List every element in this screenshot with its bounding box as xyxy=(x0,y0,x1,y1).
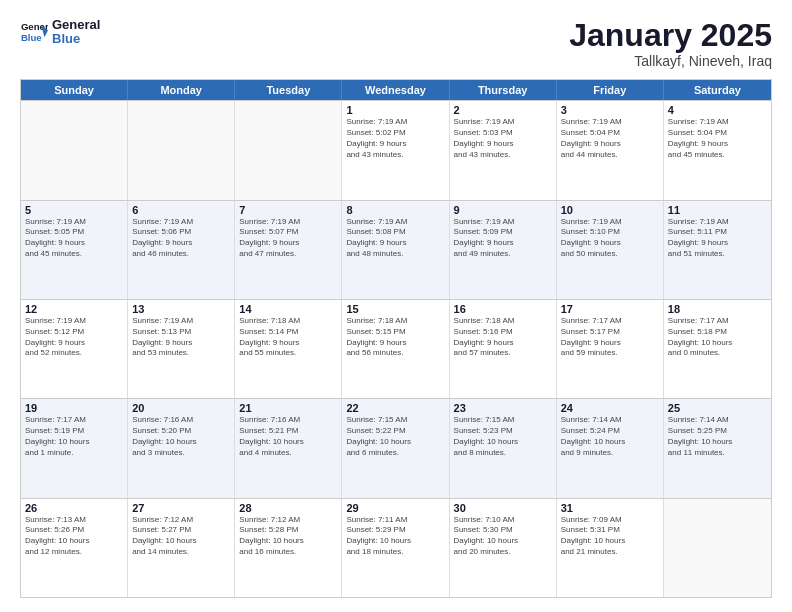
day-cell: 29Sunrise: 7:11 AM Sunset: 5:29 PM Dayli… xyxy=(342,499,449,597)
day-info: Sunrise: 7:11 AM Sunset: 5:29 PM Dayligh… xyxy=(346,515,444,558)
subtitle: Tallkayf, Nineveh, Iraq xyxy=(569,53,772,69)
day-cell: 31Sunrise: 7:09 AM Sunset: 5:31 PM Dayli… xyxy=(557,499,664,597)
day-info: Sunrise: 7:16 AM Sunset: 5:20 PM Dayligh… xyxy=(132,415,230,458)
calendar-header: SundayMondayTuesdayWednesdayThursdayFrid… xyxy=(21,80,771,100)
calendar-week: 5Sunrise: 7:19 AM Sunset: 5:05 PM Daylig… xyxy=(21,200,771,299)
calendar-week: 19Sunrise: 7:17 AM Sunset: 5:19 PM Dayli… xyxy=(21,398,771,497)
day-info: Sunrise: 7:19 AM Sunset: 5:07 PM Dayligh… xyxy=(239,217,337,260)
day-number: 21 xyxy=(239,402,337,414)
day-cell: 9Sunrise: 7:19 AM Sunset: 5:09 PM Daylig… xyxy=(450,201,557,299)
day-cell: 19Sunrise: 7:17 AM Sunset: 5:19 PM Dayli… xyxy=(21,399,128,497)
title-block: January 2025 Tallkayf, Nineveh, Iraq xyxy=(569,18,772,69)
day-info: Sunrise: 7:19 AM Sunset: 5:05 PM Dayligh… xyxy=(25,217,123,260)
day-cell: 1Sunrise: 7:19 AM Sunset: 5:02 PM Daylig… xyxy=(342,101,449,199)
calendar-week: 26Sunrise: 7:13 AM Sunset: 5:26 PM Dayli… xyxy=(21,498,771,597)
day-info: Sunrise: 7:19 AM Sunset: 5:11 PM Dayligh… xyxy=(668,217,767,260)
day-number: 31 xyxy=(561,502,659,514)
day-cell: 4Sunrise: 7:19 AM Sunset: 5:04 PM Daylig… xyxy=(664,101,771,199)
day-info: Sunrise: 7:14 AM Sunset: 5:24 PM Dayligh… xyxy=(561,415,659,458)
day-cell: 25Sunrise: 7:14 AM Sunset: 5:25 PM Dayli… xyxy=(664,399,771,497)
day-info: Sunrise: 7:13 AM Sunset: 5:26 PM Dayligh… xyxy=(25,515,123,558)
day-info: Sunrise: 7:19 AM Sunset: 5:13 PM Dayligh… xyxy=(132,316,230,359)
day-of-week-header: Friday xyxy=(557,80,664,100)
day-number: 19 xyxy=(25,402,123,414)
day-of-week-header: Monday xyxy=(128,80,235,100)
day-number: 30 xyxy=(454,502,552,514)
day-cell: 12Sunrise: 7:19 AM Sunset: 5:12 PM Dayli… xyxy=(21,300,128,398)
day-number: 27 xyxy=(132,502,230,514)
day-cell: 27Sunrise: 7:12 AM Sunset: 5:27 PM Dayli… xyxy=(128,499,235,597)
day-cell: 3Sunrise: 7:19 AM Sunset: 5:04 PM Daylig… xyxy=(557,101,664,199)
day-info: Sunrise: 7:17 AM Sunset: 5:18 PM Dayligh… xyxy=(668,316,767,359)
day-info: Sunrise: 7:09 AM Sunset: 5:31 PM Dayligh… xyxy=(561,515,659,558)
day-number: 16 xyxy=(454,303,552,315)
calendar-week: 1Sunrise: 7:19 AM Sunset: 5:02 PM Daylig… xyxy=(21,100,771,199)
day-of-week-header: Thursday xyxy=(450,80,557,100)
day-info: Sunrise: 7:19 AM Sunset: 5:04 PM Dayligh… xyxy=(668,117,767,160)
day-number: 4 xyxy=(668,104,767,116)
empty-day-cell xyxy=(664,499,771,597)
day-info: Sunrise: 7:12 AM Sunset: 5:28 PM Dayligh… xyxy=(239,515,337,558)
calendar-week: 12Sunrise: 7:19 AM Sunset: 5:12 PM Dayli… xyxy=(21,299,771,398)
day-cell: 22Sunrise: 7:15 AM Sunset: 5:22 PM Dayli… xyxy=(342,399,449,497)
empty-day-cell xyxy=(128,101,235,199)
svg-text:Blue: Blue xyxy=(21,32,42,43)
day-number: 23 xyxy=(454,402,552,414)
day-number: 18 xyxy=(668,303,767,315)
day-info: Sunrise: 7:18 AM Sunset: 5:15 PM Dayligh… xyxy=(346,316,444,359)
day-number: 20 xyxy=(132,402,230,414)
day-info: Sunrise: 7:17 AM Sunset: 5:17 PM Dayligh… xyxy=(561,316,659,359)
day-info: Sunrise: 7:18 AM Sunset: 5:16 PM Dayligh… xyxy=(454,316,552,359)
day-cell: 2Sunrise: 7:19 AM Sunset: 5:03 PM Daylig… xyxy=(450,101,557,199)
day-number: 8 xyxy=(346,204,444,216)
day-info: Sunrise: 7:19 AM Sunset: 5:03 PM Dayligh… xyxy=(454,117,552,160)
day-number: 13 xyxy=(132,303,230,315)
day-cell: 13Sunrise: 7:19 AM Sunset: 5:13 PM Dayli… xyxy=(128,300,235,398)
day-number: 11 xyxy=(668,204,767,216)
empty-day-cell xyxy=(21,101,128,199)
day-number: 14 xyxy=(239,303,337,315)
day-cell: 23Sunrise: 7:15 AM Sunset: 5:23 PM Dayli… xyxy=(450,399,557,497)
day-info: Sunrise: 7:19 AM Sunset: 5:06 PM Dayligh… xyxy=(132,217,230,260)
day-number: 5 xyxy=(25,204,123,216)
day-info: Sunrise: 7:19 AM Sunset: 5:08 PM Dayligh… xyxy=(346,217,444,260)
day-info: Sunrise: 7:15 AM Sunset: 5:22 PM Dayligh… xyxy=(346,415,444,458)
day-info: Sunrise: 7:19 AM Sunset: 5:02 PM Dayligh… xyxy=(346,117,444,160)
logo: General Blue General Blue xyxy=(20,18,100,47)
calendar: SundayMondayTuesdayWednesdayThursdayFrid… xyxy=(20,79,772,598)
day-number: 29 xyxy=(346,502,444,514)
empty-day-cell xyxy=(235,101,342,199)
day-cell: 7Sunrise: 7:19 AM Sunset: 5:07 PM Daylig… xyxy=(235,201,342,299)
calendar-body: 1Sunrise: 7:19 AM Sunset: 5:02 PM Daylig… xyxy=(21,100,771,597)
page: General Blue General Blue January 2025 T… xyxy=(0,0,792,612)
day-cell: 26Sunrise: 7:13 AM Sunset: 5:26 PM Dayli… xyxy=(21,499,128,597)
day-number: 12 xyxy=(25,303,123,315)
header: General Blue General Blue January 2025 T… xyxy=(20,18,772,69)
day-cell: 30Sunrise: 7:10 AM Sunset: 5:30 PM Dayli… xyxy=(450,499,557,597)
day-number: 28 xyxy=(239,502,337,514)
day-number: 10 xyxy=(561,204,659,216)
day-info: Sunrise: 7:19 AM Sunset: 5:10 PM Dayligh… xyxy=(561,217,659,260)
day-number: 24 xyxy=(561,402,659,414)
main-title: January 2025 xyxy=(569,18,772,53)
day-cell: 21Sunrise: 7:16 AM Sunset: 5:21 PM Dayli… xyxy=(235,399,342,497)
day-info: Sunrise: 7:12 AM Sunset: 5:27 PM Dayligh… xyxy=(132,515,230,558)
day-cell: 6Sunrise: 7:19 AM Sunset: 5:06 PM Daylig… xyxy=(128,201,235,299)
day-cell: 14Sunrise: 7:18 AM Sunset: 5:14 PM Dayli… xyxy=(235,300,342,398)
day-cell: 10Sunrise: 7:19 AM Sunset: 5:10 PM Dayli… xyxy=(557,201,664,299)
day-cell: 5Sunrise: 7:19 AM Sunset: 5:05 PM Daylig… xyxy=(21,201,128,299)
day-cell: 20Sunrise: 7:16 AM Sunset: 5:20 PM Dayli… xyxy=(128,399,235,497)
day-cell: 8Sunrise: 7:19 AM Sunset: 5:08 PM Daylig… xyxy=(342,201,449,299)
day-cell: 17Sunrise: 7:17 AM Sunset: 5:17 PM Dayli… xyxy=(557,300,664,398)
day-info: Sunrise: 7:17 AM Sunset: 5:19 PM Dayligh… xyxy=(25,415,123,458)
day-info: Sunrise: 7:16 AM Sunset: 5:21 PM Dayligh… xyxy=(239,415,337,458)
day-info: Sunrise: 7:19 AM Sunset: 5:12 PM Dayligh… xyxy=(25,316,123,359)
day-of-week-header: Saturday xyxy=(664,80,771,100)
day-info: Sunrise: 7:19 AM Sunset: 5:09 PM Dayligh… xyxy=(454,217,552,260)
day-info: Sunrise: 7:14 AM Sunset: 5:25 PM Dayligh… xyxy=(668,415,767,458)
day-number: 2 xyxy=(454,104,552,116)
day-cell: 16Sunrise: 7:18 AM Sunset: 5:16 PM Dayli… xyxy=(450,300,557,398)
day-number: 17 xyxy=(561,303,659,315)
day-cell: 15Sunrise: 7:18 AM Sunset: 5:15 PM Dayli… xyxy=(342,300,449,398)
logo-line2: Blue xyxy=(52,32,100,46)
